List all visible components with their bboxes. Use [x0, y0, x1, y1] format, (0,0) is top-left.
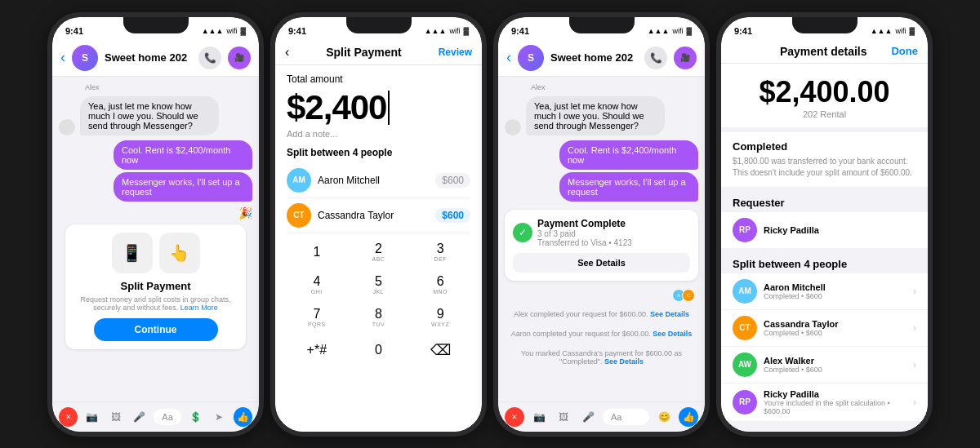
- message-input-1[interactable]: Aa: [154, 409, 180, 425]
- person-row-aaron-4[interactable]: AM Aaron Mitchell Completed • $600 ›: [721, 273, 928, 310]
- chat-title-1: Sweet home 202: [105, 51, 192, 64]
- sender-avatar-3: [505, 119, 521, 135]
- camera-icon[interactable]: 📷: [82, 407, 101, 427]
- like-icon[interactable]: 👍: [234, 407, 252, 427]
- payment-card-header: ✓ Payment Complete 3 of 3 paid Transferr…: [513, 218, 690, 247]
- battery-icon-2: ▓: [463, 27, 469, 35]
- person-avatar-alex-4: AW: [733, 353, 757, 377]
- person-avatar-aaron: AM: [287, 168, 311, 193]
- mini-avatar-2: C: [682, 289, 695, 302]
- key-symbols[interactable]: +*#: [287, 335, 347, 366]
- phone-1-screen: 9:41 ▲▲▲ wifi ▓ ‹ S Sweet home 202 📞 🎥 A…: [52, 17, 259, 432]
- key-0[interactable]: 0: [349, 335, 409, 366]
- split-card-title: Split Payment: [121, 280, 191, 292]
- see-details-button[interactable]: See Details: [513, 253, 690, 273]
- back-button-3[interactable]: ‹: [506, 49, 511, 66]
- review-button[interactable]: Review: [439, 47, 472, 58]
- signal-icon-4: ▲▲▲: [871, 27, 893, 35]
- key-5[interactable]: 5JKL: [349, 269, 409, 300]
- close-icon-3[interactable]: ✕: [505, 407, 524, 427]
- battery-icon: ▓: [240, 27, 246, 35]
- learn-more-link[interactable]: Learn More: [180, 304, 218, 312]
- status-icons-2: ▲▲▲ wifi ▓: [425, 27, 469, 35]
- transferred-to: Transferred to Visa • 4123: [537, 238, 632, 247]
- emoji-reaction-1: 🎉: [59, 206, 252, 220]
- wifi-icon-4: wifi: [895, 27, 906, 35]
- split-card-1: 📱 👆 Split Payment Request money and spli…: [65, 224, 246, 349]
- key-1[interactable]: 1: [287, 237, 347, 268]
- key-delete[interactable]: ⌫: [410, 335, 470, 366]
- toolbar-1: ✕ 📷 🖼 🎤 Aa 💲 ➤ 👍: [52, 401, 259, 432]
- mic-icon-3[interactable]: 🎤: [578, 407, 598, 427]
- key-9[interactable]: 9WXYZ: [410, 302, 470, 333]
- person-row-alex-4[interactable]: AW Alex Walker Completed • $600 ›: [721, 347, 928, 384]
- person-info-cassandra-4: Cassandra Taylor Completed • $600: [764, 319, 906, 337]
- back-button-2[interactable]: ‹: [285, 45, 289, 60]
- phone-3-screen: 9:41 ▲▲▲ wifi ▓ ‹ S Sweet home 202 📞 🎥 A…: [498, 17, 705, 432]
- video-call-icon-3[interactable]: 🎥: [674, 47, 697, 69]
- battery-icon-3: ▓: [686, 27, 692, 35]
- see-details-link-2[interactable]: See Details: [653, 330, 692, 338]
- see-details-link-3[interactable]: See Details: [604, 357, 644, 366]
- avatar-1: S: [72, 45, 98, 71]
- key-3[interactable]: 3DEF: [410, 237, 470, 268]
- key-2[interactable]: 2ABC: [349, 237, 409, 268]
- phone-call-icon[interactable]: 📞: [198, 47, 221, 69]
- numeric-keypad: 1 2ABC 3DEF 4GHI 5JKL 6MNO 7PQRS 8TUV 9W…: [287, 237, 470, 366]
- time-3: 9:41: [511, 26, 529, 36]
- split-card-desc: Request money and split costs in group c…: [74, 295, 238, 312]
- emoji-icon-3[interactable]: 😊: [654, 407, 674, 427]
- sent-bubble-3a: Cool. Rent is $2,400/month now: [559, 140, 698, 170]
- payment-details-title: Payment details: [780, 45, 867, 58]
- person-row-cassandra-4[interactable]: CT Cassandra Taylor Completed • $600 ›: [721, 310, 928, 347]
- sender-label-3: Alex: [531, 83, 698, 91]
- signal-icon: ▲▲▲: [202, 27, 224, 35]
- message-input-3[interactable]: Aa: [603, 409, 649, 425]
- status-bar-2: 9:41 ▲▲▲ wifi ▓: [275, 17, 482, 40]
- sender-avatar-1: [59, 119, 75, 135]
- key-7[interactable]: 7PQRS: [287, 302, 347, 333]
- send-icon[interactable]: ➤: [210, 407, 229, 427]
- close-icon[interactable]: ✕: [59, 407, 78, 427]
- video-call-icon[interactable]: 🎥: [228, 47, 251, 69]
- person-name-aaron-4: Aaron Mitchell: [764, 282, 906, 292]
- person-amount-aaron[interactable]: $600: [435, 173, 470, 188]
- wifi-icon-2: wifi: [449, 27, 460, 35]
- phone-call-icon-3[interactable]: 📞: [644, 47, 667, 69]
- sent-bubble-1b: Messenger works, I'll set up a request: [114, 172, 252, 202]
- person-row-cassandra: CT Cassandra Taylor $600: [287, 198, 470, 233]
- split-payment-title: Split Payment: [326, 46, 402, 59]
- payment-details-header: Payment details Done: [721, 40, 928, 64]
- person-amount-cassandra[interactable]: $600: [435, 208, 470, 223]
- status-bar-3: 9:41 ▲▲▲ wifi ▓: [498, 17, 705, 40]
- split-payment-content: Total amount $2,400 Add a note... Split …: [275, 65, 482, 432]
- done-button[interactable]: Done: [891, 45, 918, 57]
- person-name-aaron: Aaron Mitchell: [318, 175, 429, 186]
- key-4[interactable]: 4GHI: [287, 269, 347, 300]
- person-info-ricky-4: Ricky Padilla You're included in the spl…: [764, 389, 906, 415]
- chat-action-icons-3: 📞 🎥: [644, 47, 697, 69]
- camera-icon-3[interactable]: 📷: [529, 407, 549, 427]
- mic-icon[interactable]: 🎤: [130, 407, 149, 427]
- payment-details-content: $2,400.00 202 Rental Completed $1,800.00…: [721, 64, 928, 432]
- toolbar-3: ✕ 📷 🖼 🎤 Aa 😊 👍: [498, 401, 705, 432]
- continue-button[interactable]: Continue: [94, 318, 218, 341]
- system-msg-2: Aaron completed your request for $600.00…: [505, 330, 698, 338]
- photo-icon[interactable]: 🖼: [106, 407, 125, 427]
- chevron-icon-alex: ›: [913, 359, 916, 370]
- requester-row: RP Ricky Padilla: [721, 212, 928, 248]
- add-note-placeholder[interactable]: Add a note...: [287, 129, 470, 139]
- chevron-icon-ricky: ›: [913, 397, 916, 408]
- key-6[interactable]: 6MNO: [410, 269, 470, 300]
- payment-count: 3 of 3 paid: [537, 229, 632, 238]
- chevron-icon-cassandra: ›: [913, 322, 916, 334]
- sticker-icon[interactable]: 💲: [186, 407, 205, 427]
- photo-icon-3[interactable]: 🖼: [554, 407, 573, 427]
- key-8[interactable]: 8TUV: [349, 302, 409, 333]
- like-icon-3[interactable]: 👍: [679, 407, 698, 427]
- bubble-received-3: Yea, just let me know how much I owe you…: [526, 96, 665, 135]
- back-button-1[interactable]: ‹: [60, 49, 65, 66]
- see-details-link-1[interactable]: See Details: [650, 310, 689, 318]
- person-row-ricky-4[interactable]: RP Ricky Padilla You're included in the …: [721, 384, 928, 422]
- chat-header-3: ‹ S Sweet home 202 📞 🎥: [498, 40, 705, 77]
